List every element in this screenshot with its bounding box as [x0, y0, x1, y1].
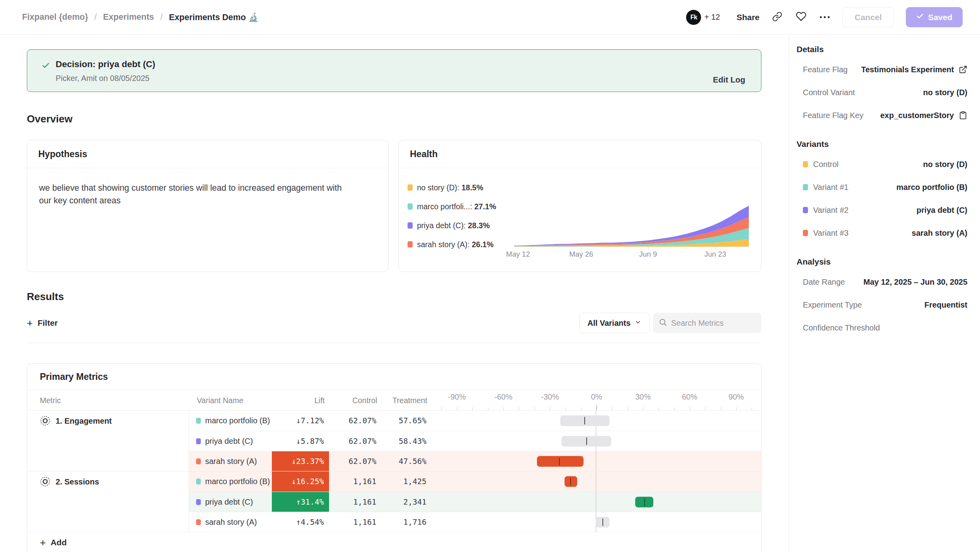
ci-lift-marker: [584, 417, 585, 424]
lift-cell: ↓7.12%: [272, 411, 329, 431]
variant-name: priya debt (C): [205, 437, 253, 446]
table-row[interactable]: sarah story (A)↓23.37%62.07%47.56%: [189, 451, 761, 471]
search-metrics: [653, 313, 761, 333]
plus-icon: +: [40, 537, 46, 548]
variant-name: priya debt (C): [205, 498, 253, 507]
saved-button[interactable]: Saved: [906, 7, 963, 27]
sidebar-row-value: priya debt (C): [916, 206, 967, 215]
legend-item: priya debt (C): 28.3%: [408, 216, 496, 235]
ci-chart-cell: [430, 431, 761, 451]
axis-tick: [705, 407, 705, 411]
control-cell: 62.07%: [329, 431, 378, 451]
variant-swatch: [196, 418, 201, 424]
cancel-button[interactable]: Cancel: [842, 7, 894, 28]
sidebar-row-label: Variant #3: [813, 229, 849, 238]
breadcrumb-item[interactable]: Experiments: [103, 12, 154, 22]
axis-tick: [503, 407, 504, 411]
col-control: Control: [330, 390, 379, 411]
variant-cell: priya debt (C): [189, 431, 272, 451]
variant-name: marco portfolio (B): [205, 477, 270, 486]
sidebar-row: Variant #3sarah story (A): [797, 222, 967, 244]
axis-label: 0%: [591, 392, 602, 402]
search-input[interactable]: [671, 319, 750, 328]
table-row[interactable]: priya debt (C)↓5.87%62.07%58.43%: [189, 431, 761, 451]
table-row[interactable]: sarah story (A)↑4.54%1,1611,716: [189, 512, 761, 532]
search-icon: [658, 318, 667, 328]
chevron-down-icon: [634, 319, 641, 328]
more-actions-button[interactable]: [819, 11, 830, 23]
variant-cell: sarah story (A): [189, 512, 272, 532]
metric-icon: [40, 476, 50, 488]
legend-swatch: [408, 203, 413, 210]
axis-tick: [736, 407, 737, 411]
variant-cell: marco portfolio (B): [189, 411, 272, 431]
ci-bar: [537, 456, 584, 467]
lift-cell: ↑31.4%: [272, 492, 329, 512]
control-cell: 1,161: [329, 471, 378, 492]
decision-title: Decision: priya debt (C): [56, 59, 713, 69]
sidebar-section-variants: VariantsControlno story (D)Variant #1mar…: [797, 135, 967, 244]
variant-cell: priya debt (C): [189, 492, 272, 512]
col-treatment: Treatment: [379, 390, 430, 411]
axis-tick: [581, 407, 582, 411]
edit-log-button[interactable]: Edit Log: [713, 75, 745, 84]
external-link-icon[interactable]: [959, 65, 967, 74]
favorite-button[interactable]: [795, 11, 807, 23]
axis-tick: [565, 407, 566, 411]
sidebar-row-value: May 12, 2025 – Jun 30, 2025: [863, 278, 967, 287]
ci-chart-cell: [430, 411, 761, 431]
health-chart: May 12May 26Jun 9Jun 23: [514, 203, 751, 266]
metric-cell[interactable]: 2. Sessions: [27, 471, 189, 532]
variants-dropdown[interactable]: All Variants: [579, 313, 650, 333]
x-axis-label: Jun 9: [639, 250, 657, 259]
breadcrumb-item: Experiments Demo 🔬: [169, 12, 259, 23]
x-axis-tick: [648, 247, 649, 250]
copy-link-button[interactable]: [771, 11, 783, 23]
hypothesis-title: Hypothesis: [27, 140, 388, 168]
metric-icon: [40, 415, 50, 428]
legend-value: 27.1%: [474, 202, 496, 211]
col-variant-name: Variant Name: [197, 390, 243, 411]
table-row[interactable]: priya debt (C)↑31.4%1,1612,341: [189, 492, 761, 512]
sidebar-row-label: Confidence Threshold: [803, 323, 880, 332]
primary-metrics-title: Primary Metrics: [27, 364, 761, 390]
collaborators-count[interactable]: + 12: [704, 13, 720, 22]
variant-name: marco portfolio (B): [205, 416, 270, 425]
sidebar-row: Control Variantno story (D): [797, 81, 967, 104]
axis-label: -60%: [494, 392, 512, 402]
table-row[interactable]: marco portfolio (B)↓16.25%1,1611,425: [189, 471, 761, 492]
add-metric-button[interactable]: + Add: [40, 537, 67, 548]
ci-lift-marker: [602, 518, 603, 526]
top-bar: Fixpanel {demo}/Experiments/Experiments …: [0, 0, 980, 35]
ci-lift-marker: [586, 437, 587, 445]
metric-name: 2. Sessions: [56, 477, 99, 486]
breadcrumb-item[interactable]: Fixpanel {demo}: [22, 12, 88, 22]
clipboard-icon[interactable]: [959, 111, 967, 120]
axis-label: -90%: [448, 392, 466, 402]
axis-tick: [597, 405, 597, 411]
sidebar-row-value: no story (D): [923, 88, 967, 97]
share-button[interactable]: Share: [737, 13, 759, 22]
ci-lift-marker: [570, 478, 571, 485]
filter-button[interactable]: + Filter: [27, 318, 58, 328]
health-card: Health no story (D): 18.5%marco portfoli…: [398, 140, 761, 272]
metric-rows: marco portfolio (B)↓16.25%1,1611,425priy…: [189, 471, 761, 532]
ci-chart-cell: [430, 451, 761, 471]
sidebar-row-value: exp_customerStory: [880, 111, 954, 120]
variant-swatch: [803, 207, 808, 213]
add-metric-row: + Add: [27, 532, 761, 552]
avatar[interactable]: Fk: [686, 10, 701, 25]
sidebar-row: Confidence Threshold: [797, 316, 967, 339]
x-axis-tick: [518, 247, 518, 250]
variant-cell: marco portfolio (B): [189, 471, 272, 492]
sidebar-section-details: DetailsFeature FlagTestimonials Experime…: [797, 41, 967, 127]
variant-swatch: [803, 161, 808, 167]
sidebar-row-label: Variant #2: [813, 206, 849, 215]
primary-metrics-card: Primary Metrics Metric Variant Name Lift…: [27, 363, 761, 552]
axis-tick: [488, 407, 488, 411]
control-cell: 1,161: [329, 492, 378, 512]
table-row[interactable]: marco portfolio (B)↓7.12%62.07%57.65%: [189, 411, 761, 431]
variant-cell: sarah story (A): [189, 451, 272, 471]
metric-cell[interactable]: 1. Engagement: [27, 411, 189, 471]
legend-swatch: [408, 222, 413, 229]
